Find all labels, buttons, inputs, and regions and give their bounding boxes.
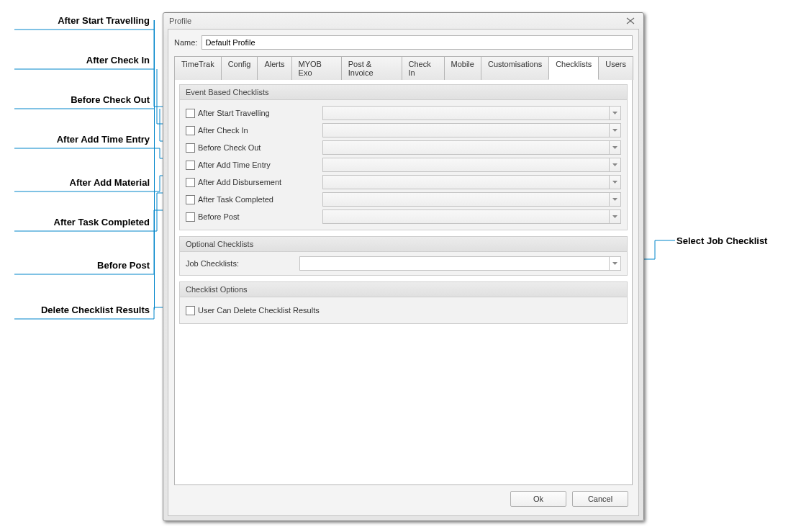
cancel-button[interactable]: Cancel <box>572 491 628 507</box>
annotation-left-1: After Check In <box>0 55 150 66</box>
chevron-down-icon <box>609 158 620 171</box>
annotation-left-6: Before Post <box>0 260 150 271</box>
checkbox-before-post[interactable] <box>186 212 195 222</box>
chevron-down-icon <box>609 124 620 137</box>
row-before-check-out: Before Check Out <box>186 139 621 156</box>
checkbox-after-check-in[interactable] <box>186 126 195 135</box>
chevron-down-icon <box>609 257 620 270</box>
combo-after-task-completed[interactable] <box>322 192 621 207</box>
annotation-left-2: Before Check Out <box>0 94 150 105</box>
label-user-can-delete: User Can Delete Checklist Results <box>198 306 320 315</box>
row-after-add-time-entry: After Add Time Entry <box>186 156 621 173</box>
label-after-task-completed: After Task Completed <box>198 195 273 204</box>
tab-checklists[interactable]: Checklists <box>548 56 599 80</box>
annotation-left-5: After Task Completed <box>0 217 150 227</box>
annotation-left-0: After Start Travelling <box>0 15 150 26</box>
row-after-start-travelling: After Start Travelling <box>186 104 621 122</box>
chevron-down-icon <box>609 107 620 120</box>
combo-after-start-travelling[interactable] <box>322 106 621 120</box>
dialog-footer: Ok Cancel <box>174 485 633 510</box>
name-label: Name: <box>174 38 197 47</box>
combo-after-add-disbursement[interactable] <box>322 175 621 189</box>
name-row: Name: <box>174 35 633 50</box>
label-after-start-travelling: After Start Travelling <box>198 109 270 117</box>
combo-before-check-out[interactable] <box>322 140 621 155</box>
annotation-left-7: Delete Checklist Results <box>0 305 150 315</box>
dialog-title: Profile <box>169 17 191 25</box>
optional-group-body: Job Checklists: <box>180 252 627 275</box>
chevron-down-icon <box>609 176 620 189</box>
label-after-add-disbursement: After Add Disbursement <box>198 178 281 186</box>
chevron-down-icon <box>609 193 620 206</box>
dialog-content: Name: TimeTrak Config Alerts MYOB Exo Po… <box>168 29 639 516</box>
row-after-check-in: After Check In <box>186 122 621 139</box>
annotation-right: Select Job Checklist <box>676 235 767 246</box>
tab-bar: TimeTrak Config Alerts MYOB Exo Post & I… <box>174 55 633 80</box>
combo-before-post[interactable] <box>322 209 621 224</box>
tab-alerts[interactable]: Alerts <box>257 56 291 80</box>
checkbox-before-check-out[interactable] <box>186 143 195 153</box>
ok-button[interactable]: Ok <box>510 491 566 507</box>
annotation-left-3: After Add Time Entry <box>0 134 150 145</box>
callout-guide-left <box>154 20 155 310</box>
tab-mobile[interactable]: Mobile <box>444 56 481 80</box>
checkbox-user-can-delete[interactable] <box>186 306 195 315</box>
combo-after-check-in[interactable] <box>322 123 621 137</box>
annotation-left-4: After Add Material <box>0 177 150 188</box>
tab-myob-exo[interactable]: MYOB Exo <box>291 56 342 80</box>
job-checklists-row: Job Checklists: <box>186 256 621 271</box>
row-user-can-delete: User Can Delete Checklist Results <box>186 302 621 319</box>
options-group: Checklist Options User Can Delete Checkl… <box>179 281 628 324</box>
close-button[interactable] <box>622 15 639 27</box>
tab-check-in[interactable]: Check In <box>402 56 445 80</box>
tab-body: Event Based Checklists After Start Trave… <box>174 80 633 485</box>
row-before-post: Before Post <box>186 208 621 225</box>
options-group-title: Checklist Options <box>180 282 627 297</box>
checkbox-after-start-travelling[interactable] <box>186 109 195 118</box>
tab-config[interactable]: Config <box>221 56 258 80</box>
optional-group: Optional Checklists Job Checklists: <box>179 236 628 276</box>
checkbox-after-add-time-entry[interactable] <box>186 161 195 170</box>
row-after-add-disbursement: After Add Disbursement <box>186 173 621 191</box>
label-before-post: Before Post <box>198 212 239 221</box>
label-after-add-time-entry: After Add Time Entry <box>198 161 271 169</box>
tab-timetrak[interactable]: TimeTrak <box>174 56 222 80</box>
optional-group-title: Optional Checklists <box>180 237 627 252</box>
close-icon <box>626 17 635 24</box>
chevron-down-icon <box>609 210 620 223</box>
options-group-body: User Can Delete Checklist Results <box>180 297 627 323</box>
profile-dialog: Profile Name: TimeTrak Config Alerts MYO… <box>163 12 644 521</box>
name-input[interactable] <box>202 35 633 50</box>
tab-customisations[interactable]: Customisations <box>481 56 549 80</box>
chevron-down-icon <box>609 141 620 154</box>
checkbox-after-add-disbursement[interactable] <box>186 178 195 187</box>
row-after-task-completed: After Task Completed <box>186 191 621 208</box>
job-checklists-combo[interactable] <box>299 256 621 271</box>
checkbox-after-task-completed[interactable] <box>186 195 195 204</box>
job-checklists-label: Job Checklists: <box>186 259 294 268</box>
event-group-body: After Start Travelling After Check In <box>180 100 627 230</box>
event-group-title: Event Based Checklists <box>180 85 627 100</box>
label-after-check-in: After Check In <box>198 126 248 135</box>
tab-users[interactable]: Users <box>598 56 633 80</box>
titlebar: Profile <box>163 13 643 29</box>
label-before-check-out: Before Check Out <box>198 143 261 152</box>
combo-after-add-time-entry[interactable] <box>322 158 621 172</box>
tab-post-invoice[interactable]: Post & Invoice <box>341 56 402 80</box>
event-based-group: Event Based Checklists After Start Trave… <box>179 84 628 230</box>
